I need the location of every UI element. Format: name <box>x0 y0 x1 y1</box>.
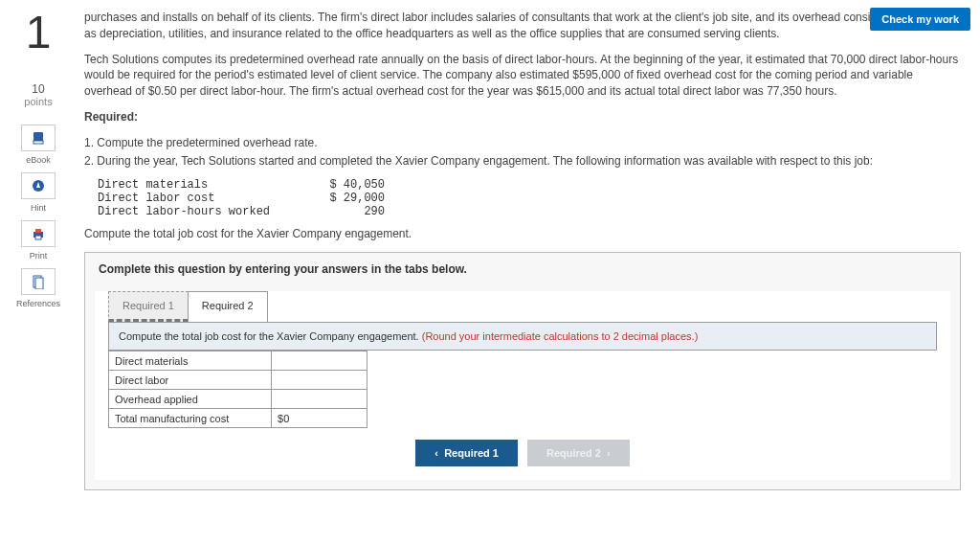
tab-required-1[interactable]: Required 1 <box>108 291 189 322</box>
hint-label: Hint <box>31 203 46 213</box>
points-value: 10 <box>32 82 44 96</box>
chevron-right-icon: › <box>607 447 611 459</box>
print-button[interactable] <box>21 220 56 247</box>
references-label: References <box>16 299 60 308</box>
print-label: Print <box>30 251 48 261</box>
dlh-label: Direct labor-hours worked <box>98 205 308 218</box>
printer-icon <box>31 226 46 241</box>
svg-rect-6 <box>35 236 41 239</box>
table-row: Overhead applied <box>109 390 368 409</box>
dl-value: $ 29,000 <box>308 192 385 205</box>
nav-next-button[interactable]: Required 2 › <box>527 440 630 466</box>
dl-label: Direct labor cost <box>98 192 308 205</box>
requirement-1: 1. Compute the predetermined overhead ra… <box>84 135 961 151</box>
svg-rect-8 <box>35 278 43 289</box>
cost-table: Direct materials Direct labor Overhead a… <box>108 351 368 428</box>
tab-required-2[interactable]: Required 2 <box>188 291 268 322</box>
book-icon <box>31 130 46 146</box>
hint-button[interactable] <box>21 172 56 199</box>
points-label: points <box>24 96 52 107</box>
tab-panel-header: Compute the total job cost for the Xavie… <box>108 323 937 351</box>
paragraph-1: purchases and installs on behalf of its … <box>84 10 961 42</box>
answer-box: Complete this question by entering your … <box>84 252 961 490</box>
table-row: Direct labor <box>109 371 368 390</box>
dlh-value: 290 <box>308 205 385 218</box>
row-dm-input[interactable] <box>278 355 361 367</box>
row-total-label: Total manufacturing cost <box>109 409 272 428</box>
paragraph-2: Tech Solutions computes its predetermine… <box>84 52 961 100</box>
table-row: Total manufacturing cost$0 <box>109 409 368 428</box>
row-total-value: $0 <box>272 409 368 428</box>
panel-hint: (Round your intermediate calculations to… <box>422 330 699 342</box>
required-heading: Required: <box>84 109 961 125</box>
document-icon <box>31 274 46 289</box>
row-oh-input[interactable] <box>278 394 361 405</box>
requirement-2: 2. During the year, Tech Solutions start… <box>84 153 961 170</box>
compass-icon <box>31 178 46 193</box>
dm-label: Direct materials <box>98 178 308 192</box>
row-dm-label: Direct materials <box>109 351 272 371</box>
panel-text: Compute the total job cost for the Xavie… <box>119 330 422 342</box>
ebook-button[interactable] <box>21 125 56 151</box>
answer-instructions: Complete this question by entering your … <box>85 253 960 285</box>
table-row: Direct materials <box>109 351 368 371</box>
check-my-work-button[interactable]: Check my work <box>870 8 970 31</box>
nav-prev-button[interactable]: ‹ Required 1 <box>415 440 518 466</box>
row-dl-input[interactable] <box>278 374 361 386</box>
job-data-table: Direct materials$ 40,050 Direct labor co… <box>98 178 961 218</box>
svg-rect-1 <box>33 141 43 144</box>
paragraph-3: Compute the total job cost for the Xavie… <box>84 226 961 242</box>
row-dl-label: Direct labor <box>109 371 272 390</box>
chevron-left-icon: ‹ <box>434 447 438 459</box>
question-number: 1 <box>26 10 52 56</box>
dm-value: $ 40,050 <box>308 178 385 192</box>
references-button[interactable] <box>21 268 56 295</box>
ebook-label: eBook <box>26 155 51 165</box>
row-oh-label: Overhead applied <box>109 390 272 409</box>
svg-rect-5 <box>35 229 41 233</box>
